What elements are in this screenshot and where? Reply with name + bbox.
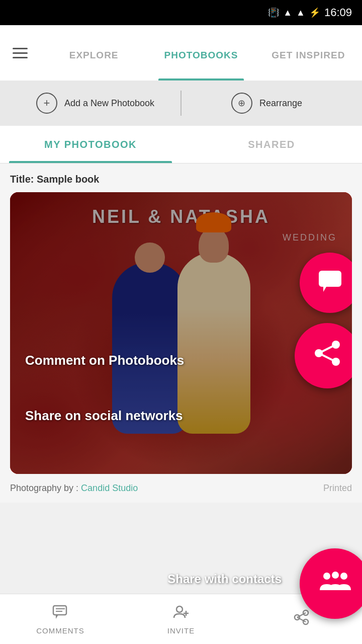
share-nav-icon bbox=[294, 609, 310, 629]
card-dim-overlay bbox=[10, 192, 352, 474]
status-time: 16:09 bbox=[324, 6, 352, 19]
bottom-nav-comments[interactable]: COMMENTS bbox=[0, 594, 121, 644]
printed-text: Printed bbox=[323, 483, 352, 494]
share-contacts-label: Share with contacts bbox=[167, 572, 282, 586]
photobook-card[interactable]: NEIL & NATASHA WEDDING Comment on Photob… bbox=[10, 192, 352, 474]
svg-point-19 bbox=[323, 573, 330, 580]
photobook-section: Title: Sample book NEIL & NATASHA WEDDIN… bbox=[0, 164, 362, 474]
photographer-link[interactable]: Candid Studio bbox=[81, 483, 138, 493]
status-icons: 📳 ▲ ▲ ⚡ 16:09 bbox=[268, 6, 352, 19]
share-on-social-networks-text: Share on social networks bbox=[25, 408, 183, 424]
photobook-background: NEIL & NATASHA WEDDING Comment on Photob… bbox=[10, 192, 352, 474]
add-photobook-button[interactable]: + Add a New Photobook bbox=[10, 80, 180, 126]
action-bar: + Add a New Photobook ⊕ Rearrange bbox=[0, 80, 362, 126]
svg-line-6 bbox=[319, 353, 336, 362]
contacts-fab-icon bbox=[319, 569, 351, 599]
menu-button[interactable] bbox=[0, 25, 40, 80]
photobook-title: Title: Sample book bbox=[10, 174, 352, 185]
comment-on-photobooks-text: Comment on Photobooks bbox=[25, 353, 184, 368]
photo-credit: Photography by : Candid Studio Printed bbox=[0, 474, 362, 503]
sub-tab-shared[interactable]: SHARED bbox=[181, 126, 362, 163]
rearrange-icon: ⊕ bbox=[231, 93, 252, 114]
share-fab-icon bbox=[314, 340, 341, 372]
add-icon: + bbox=[36, 93, 57, 114]
svg-point-21 bbox=[340, 573, 347, 580]
svg-rect-7 bbox=[53, 606, 66, 615]
tab-photobooks[interactable]: PHOTOBOOKS bbox=[147, 25, 254, 80]
sub-tabs: MY PHOTOBOOK SHARED bbox=[0, 126, 362, 164]
tab-get-inspired[interactable]: GET INSPIRED bbox=[255, 25, 362, 80]
wifi-icon: ▲ bbox=[283, 8, 292, 18]
svg-point-20 bbox=[332, 572, 339, 579]
svg-line-5 bbox=[319, 345, 336, 353]
nav-tabs: EXPLORE PHOTOBOOKS GET INSPIRED bbox=[40, 25, 362, 80]
status-bar: 📳 ▲ ▲ ⚡ 16:09 bbox=[0, 0, 362, 25]
battery-icon: ⚡ bbox=[309, 7, 320, 18]
svg-point-11 bbox=[176, 606, 183, 612]
svg-marker-1 bbox=[323, 287, 326, 292]
sub-tab-my-photobook[interactable]: MY PHOTOBOOK bbox=[0, 126, 181, 163]
svg-rect-0 bbox=[319, 271, 341, 287]
comments-nav-icon bbox=[52, 604, 68, 623]
bottom-nav-invite[interactable]: INVITE bbox=[121, 594, 241, 644]
top-nav: EXPLORE PHOTOBOOKS GET INSPIRED bbox=[0, 25, 362, 80]
vibrate-icon: 📳 bbox=[268, 7, 279, 18]
comment-fab-icon bbox=[316, 267, 344, 299]
hamburger-icon bbox=[13, 48, 28, 58]
signal-icon: ▲ bbox=[296, 8, 305, 18]
tab-explore[interactable]: EXPLORE bbox=[40, 25, 147, 80]
invite-nav-icon bbox=[173, 604, 189, 623]
svg-marker-10 bbox=[56, 615, 58, 619]
rearrange-button[interactable]: ⊕ Rearrange bbox=[182, 80, 352, 126]
